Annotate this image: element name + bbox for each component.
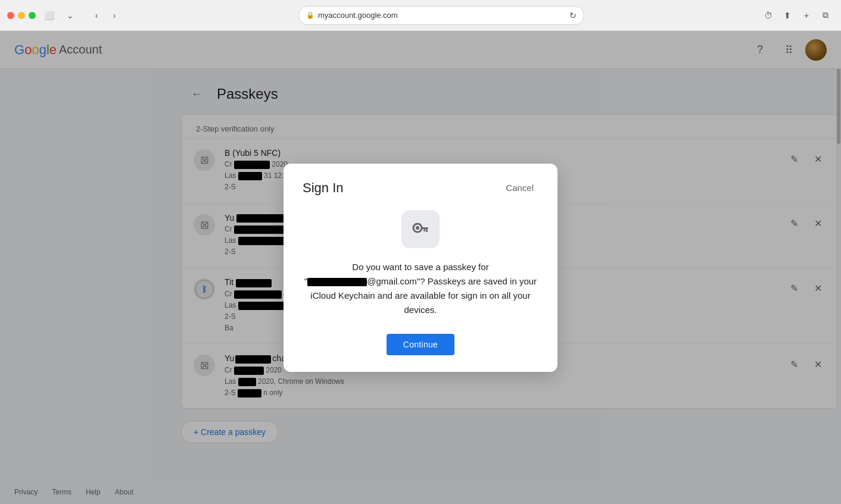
browser-right-icons: ⏱ ⬆ + ⧉ — [760, 7, 834, 24]
address-bar[interactable]: 🔒 myaccount.google.com ↻ — [298, 6, 584, 25]
back-nav-button[interactable]: ‹ — [88, 7, 105, 24]
modal-header: Sign In Cancel — [303, 180, 538, 196]
add-tab-icon[interactable]: + — [798, 7, 815, 24]
passkey-icon — [401, 210, 440, 248]
modal-cancel-button[interactable]: Cancel — [501, 180, 538, 195]
modal-message-part1: Do you want to save a passkey for — [352, 262, 488, 272]
history-icon[interactable]: ⏱ — [760, 7, 777, 24]
modal-footer: Continue — [303, 334, 538, 355]
svg-rect-4 — [426, 229, 428, 232]
close-traffic-light[interactable] — [7, 12, 14, 19]
sign-in-modal: Sign In Cancel Do you want to save a pas… — [284, 164, 557, 372]
modal-email: @gmail.com — [367, 276, 417, 286]
tabs-icon[interactable]: ⧉ — [817, 7, 834, 24]
forward-nav-button[interactable]: › — [106, 7, 123, 24]
refresh-button[interactable]: ↻ — [569, 11, 577, 20]
modal-message: Do you want to save a passkey for "@gmai… — [303, 260, 538, 317]
modal-overlay: Sign In Cancel Do you want to save a pas… — [0, 31, 841, 504]
share-icon[interactable]: ⬆ — [779, 7, 796, 24]
lock-icon: 🔒 — [306, 11, 314, 19]
chevron-down-icon[interactable]: ⌄ — [62, 7, 79, 24]
fullscreen-traffic-light[interactable] — [29, 12, 36, 19]
key-svg — [409, 217, 432, 241]
traffic-lights — [7, 12, 36, 19]
modal-icon-area — [303, 210, 538, 248]
minimize-traffic-light[interactable] — [18, 12, 25, 19]
svg-point-2 — [416, 226, 419, 230]
svg-rect-3 — [421, 227, 428, 229]
continue-button[interactable]: Continue — [387, 334, 454, 355]
svg-rect-0 — [409, 217, 432, 241]
url-text: myaccount.google.com — [318, 11, 398, 20]
modal-title: Sign In — [303, 180, 344, 196]
svg-rect-5 — [423, 229, 425, 231]
sidebar-toggle-button[interactable]: ⬜ — [41, 7, 57, 24]
browser-chrome: ⬜ ⌄ ‹ › 🔒 myaccount.google.com ↻ ⏱ ⬆ + ⧉ — [0, 0, 841, 31]
